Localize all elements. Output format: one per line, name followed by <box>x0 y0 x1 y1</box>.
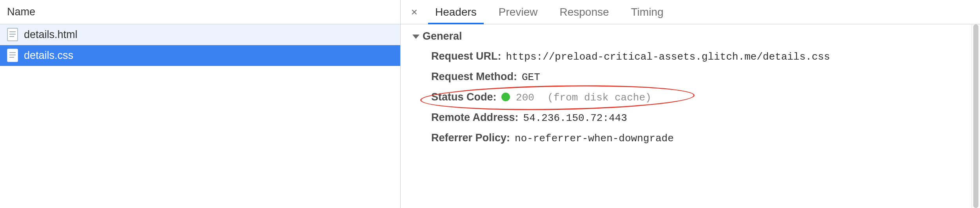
request-row-details-html[interactable]: details.html <box>0 24 400 45</box>
list-header-name[interactable]: Name <box>0 0 400 24</box>
request-row-label: details.html <box>24 29 393 41</box>
section-title: General <box>423 30 462 42</box>
tab-label: Timing <box>631 6 664 18</box>
chevron-down-icon <box>412 35 419 39</box>
file-icon <box>7 28 18 41</box>
status-code-note: (from disk cache) <box>547 92 651 104</box>
kv-value: https://preload-critical-assets.glitch.m… <box>506 51 830 63</box>
request-detail-panel: × Headers Preview Response Timing Genera… <box>401 0 980 208</box>
request-list: details.html details.css <box>0 24 400 208</box>
kv-value: 54.236.150.72:443 <box>523 112 627 124</box>
kv-request-url: Request URL: https://preload-critical-as… <box>431 50 972 63</box>
kv-key: Status Code: <box>431 91 497 103</box>
kv-status-code: Status Code: 200 (from disk cache) <box>431 91 972 104</box>
status-dot-icon <box>501 93 510 101</box>
tab-label: Response <box>559 6 609 18</box>
kv-referrer-policy: Referrer Policy: no-referrer-when-downgr… <box>431 132 972 144</box>
kv-key: Remote Address: <box>431 111 519 124</box>
list-header-name-label: Name <box>7 6 35 18</box>
close-detail-button[interactable]: × <box>405 0 424 24</box>
close-icon: × <box>411 6 417 18</box>
vertical-scrollbar[interactable] <box>971 24 980 208</box>
kv-key: Request Method: <box>431 71 517 83</box>
general-kv-list: Request URL: https://preload-critical-as… <box>412 50 972 144</box>
section-header-general[interactable]: General <box>412 30 972 42</box>
kv-key: Request URL: <box>431 50 501 62</box>
tab-label: Headers <box>435 6 477 18</box>
scrollbar-thumb[interactable] <box>973 24 978 208</box>
file-icon <box>7 49 18 62</box>
status-code-number: 200 <box>516 92 534 104</box>
tab-response[interactable]: Response <box>548 0 620 24</box>
tab-headers[interactable]: Headers <box>424 0 488 24</box>
network-request-list-panel: Name details.html <box>0 0 401 208</box>
kv-value: 200 (from disk cache) <box>501 91 652 104</box>
kv-value: GET <box>522 71 540 83</box>
detail-tabs-bar: × Headers Preview Response Timing <box>401 0 980 24</box>
devtools-network-panel: Name details.html <box>0 0 980 208</box>
tab-preview[interactable]: Preview <box>488 0 549 24</box>
tab-timing[interactable]: Timing <box>620 0 675 24</box>
kv-remote-address: Remote Address: 54.236.150.72:443 <box>431 111 972 124</box>
request-row-details-css[interactable]: details.css <box>0 45 400 66</box>
kv-request-method: Request Method: GET <box>431 71 972 83</box>
kv-key: Referrer Policy: <box>431 132 510 144</box>
kv-value: no-referrer-when-downgrade <box>515 133 674 144</box>
headers-section-scroll: General Request URL: https://preload-cri… <box>401 24 980 208</box>
request-row-label: details.css <box>24 49 393 62</box>
tab-label: Preview <box>499 6 538 18</box>
